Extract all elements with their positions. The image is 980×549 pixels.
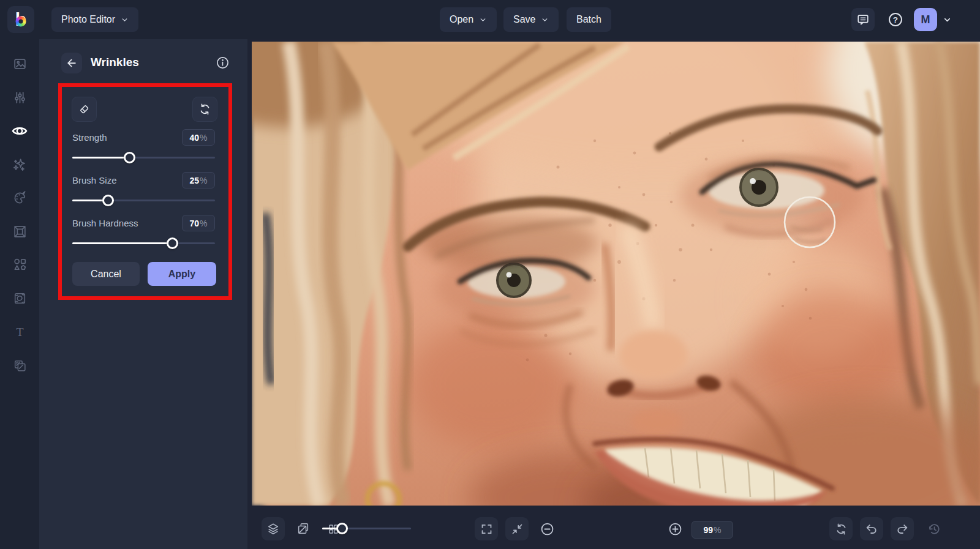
reset-icon: [835, 523, 848, 536]
sidebar-item-effects[interactable]: [0, 151, 39, 178]
textures-icon: [12, 291, 28, 306]
sidebar-item-adjust[interactable]: [0, 84, 39, 111]
cancel-button[interactable]: Cancel: [72, 262, 140, 286]
layers-button[interactable]: [262, 517, 285, 540]
save-label: Save: [513, 14, 535, 25]
brush-size-slider[interactable]: [72, 195, 215, 206]
effects-sparkles-icon: [12, 157, 28, 173]
fullscreen-button[interactable]: [475, 517, 498, 540]
apply-button[interactable]: Apply: [148, 262, 216, 286]
fit-screen-button[interactable]: [505, 517, 529, 540]
overlays-icon: [12, 358, 28, 373]
strength-label: Strength: [72, 132, 107, 143]
page-title: Wrinkles: [91, 56, 139, 69]
fit-screen-icon: [511, 523, 524, 536]
sidebar-item-frames[interactable]: [0, 218, 39, 245]
account-avatar[interactable]: M: [914, 8, 937, 31]
brush-hardness-row: Brush Hardness 70%: [72, 218, 215, 229]
redo-icon: [895, 522, 909, 536]
sidebar-item-graphics[interactable]: [0, 251, 39, 278]
comment-icon: [856, 13, 870, 26]
svg-text:?: ?: [893, 15, 898, 24]
brush-hardness-slider-thumb[interactable]: [167, 237, 178, 249]
tool-rail: T: [0, 39, 40, 549]
feedback-button[interactable]: [851, 8, 875, 31]
frames-icon: [12, 224, 28, 239]
photo-image[interactable]: [252, 42, 980, 506]
reset-image-button[interactable]: [829, 517, 853, 540]
undo-button[interactable]: [860, 517, 883, 540]
portrait-photo: [252, 42, 980, 506]
help-button[interactable]: ?: [884, 8, 907, 31]
history-icon: [927, 522, 941, 536]
app-logo[interactable]: b: [7, 6, 34, 33]
brush-size-row: Brush Size 25%: [72, 175, 215, 186]
zoom-value: 99: [703, 525, 713, 535]
avatar-initial: M: [921, 13, 930, 26]
open-label: Open: [450, 14, 473, 25]
question-icon: ?: [888, 12, 903, 28]
brush-hardness-slider[interactable]: [72, 237, 215, 249]
zoom-level-badge[interactable]: 99%: [692, 521, 733, 539]
strength-slider[interactable]: [72, 152, 215, 163]
app-switcher-label: Photo Editor: [61, 14, 115, 25]
graphics-shapes-icon: [12, 256, 28, 272]
redo-button[interactable]: [891, 517, 914, 540]
zoom-in-icon: [668, 521, 683, 537]
zoom-out-button[interactable]: [535, 517, 559, 540]
before-after-icon: [296, 522, 310, 536]
info-icon: [216, 56, 230, 70]
layers-icon: [266, 522, 280, 536]
sidebar-item-overlays[interactable]: [0, 352, 39, 379]
brush-hardness-value-badge: 70%: [182, 215, 215, 231]
strength-value-badge: 40%: [182, 129, 215, 146]
touch-up-eye-icon: [11, 122, 28, 140]
sidebar-item-photo[interactable]: [0, 50, 39, 77]
adjust-sliders-icon: [12, 90, 28, 105]
logo-hub: [19, 19, 23, 23]
app-switcher-button[interactable]: Photo Editor: [51, 7, 138, 32]
arrow-left-icon: [66, 57, 78, 69]
sidebar-item-touch-up[interactable]: [0, 118, 39, 144]
zoom-in-button[interactable]: [663, 517, 687, 540]
reset-tool-button[interactable]: [192, 97, 217, 122]
photo-icon: [12, 56, 28, 72]
chevron-down-icon: [121, 16, 129, 24]
undo-icon: [865, 522, 878, 536]
sidebar-item-text[interactable]: T: [0, 318, 39, 345]
chevron-down-icon: [541, 16, 549, 24]
brush-size-value-badge: 25%: [182, 172, 215, 189]
brush-cursor: [785, 197, 835, 247]
sidebar-item-artsy[interactable]: [0, 184, 39, 211]
history-button[interactable]: [922, 517, 946, 540]
eraser-icon: [78, 103, 91, 116]
sidebar-item-textures[interactable]: [0, 285, 39, 312]
zoom-out-icon: [540, 521, 555, 537]
batch-button[interactable]: Batch: [567, 7, 611, 32]
save-button[interactable]: Save: [503, 7, 559, 32]
zoom-slider-thumb[interactable]: [336, 523, 348, 534]
artsy-palette-icon: [12, 190, 28, 206]
wrinkles-panel: Wrinkles Strength 40% Brush Size 25% Bru…: [39, 39, 247, 549]
strength-slider-thumb[interactable]: [124, 152, 135, 163]
open-button[interactable]: Open: [440, 7, 497, 32]
eraser-tool-button[interactable]: [72, 97, 97, 122]
panel-header: Wrinkles: [39, 39, 247, 83]
brush-size-slider-thumb[interactable]: [102, 195, 114, 206]
strength-row: Strength 40%: [72, 132, 215, 143]
back-button[interactable]: [61, 53, 82, 73]
chevron-down-icon: [479, 16, 487, 24]
zoom-slider[interactable]: [322, 523, 411, 534]
top-bar: b Photo Editor Open Save Batch ? M: [0, 0, 980, 39]
bottom-toolbar: 99%: [247, 506, 980, 549]
batch-label: Batch: [576, 14, 601, 25]
reset-icon: [198, 103, 211, 116]
compare-button[interactable]: [292, 517, 315, 540]
account-chevron-icon[interactable]: [943, 15, 952, 24]
editor-canvas[interactable]: 99%: [247, 39, 980, 549]
text-tool-icon: T: [12, 324, 28, 340]
brush-size-label: Brush Size: [72, 175, 117, 185]
fullscreen-icon: [480, 523, 493, 536]
brush-hardness-label: Brush Hardness: [72, 218, 138, 228]
info-button[interactable]: [214, 54, 230, 70]
